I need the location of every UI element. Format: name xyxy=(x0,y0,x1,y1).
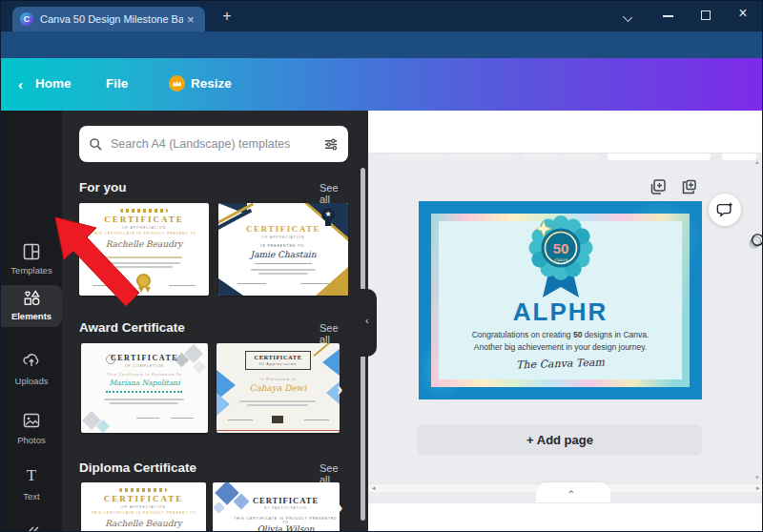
add-page-button[interactable]: + Add page xyxy=(418,424,702,456)
resize-menu-item[interactable]: Resize xyxy=(191,76,232,91)
design-brand-text[interactable]: ALPHR xyxy=(439,297,682,327)
template-thumbnail-participation-certificate[interactable]: CERTIFICATE BY PARTICIPATION THIS CERTIF… xyxy=(213,482,340,532)
pastel-frame: 50 Canva ALPHR Congratulations on creati… xyxy=(431,214,690,387)
text-icon: T xyxy=(1,466,62,485)
see-all-for-you[interactable]: See all xyxy=(320,182,346,205)
timeline-expand-tab[interactable]: › xyxy=(536,482,610,502)
see-all-award[interactable]: See all xyxy=(320,322,346,345)
tab-close-icon[interactable]: × xyxy=(187,12,195,27)
milestone-badge: 50 Canva xyxy=(521,215,601,301)
congrats-line-1: Congratulations on creating 50 designs i… xyxy=(439,330,682,339)
home-menu-item[interactable]: Home xyxy=(35,76,72,91)
canvas-toolbar: Animate 7.2s xyxy=(368,111,763,153)
pro-crown-icon xyxy=(169,75,185,92)
gold-medal xyxy=(136,274,151,288)
browser-navbar: ← → ↻ canva.com /design/DAE36YEpmQw/3ebk… xyxy=(1,31,763,58)
template-thumbnail-navy-certificate[interactable]: ★ CERTIFICATE OF APPRECIATION IS PRESENT… xyxy=(218,203,348,296)
emblem xyxy=(272,416,283,423)
carousel-next-icon[interactable]: › xyxy=(337,238,342,259)
window-minimize-button[interactable] xyxy=(663,15,673,17)
gold-ornament xyxy=(119,488,167,492)
cert-title: CERTIFICATE xyxy=(245,354,311,360)
cert-subtitle: OF COMPLETION xyxy=(81,364,208,368)
cert-title: CERTIFICATE xyxy=(79,215,209,224)
window-close-button[interactable]: × xyxy=(735,5,751,22)
browser-window: C Canva 50 Design Milestone Badg × + × ←… xyxy=(0,0,763,532)
duplicate-page-icon[interactable] xyxy=(650,178,667,195)
add-page-label: + Add page xyxy=(526,433,593,447)
cert-name: Olivia Wilson xyxy=(232,524,340,532)
file-menu-item[interactable]: File xyxy=(106,76,128,91)
template-thumbnail-cubes-certificate[interactable]: CERTIFICATE OF COMPLETION This Certifica… xyxy=(81,343,208,433)
congrats-line-2: Another big achievement in your design j… xyxy=(439,342,682,352)
sidebar-label: Photos xyxy=(1,435,62,445)
award-badge-star-icon: ★ xyxy=(321,208,335,221)
tab-strip: C Canva 50 Design Milestone Badg × + × xyxy=(1,1,763,31)
filter-sliders-icon[interactable] xyxy=(323,137,339,152)
carousel-next-icon[interactable]: › xyxy=(337,497,342,518)
cert-name: Mariana Napolitani xyxy=(81,379,208,387)
scroll-right-icon[interactable]: ▸ xyxy=(756,484,760,492)
editor-sidebar: Templates Elements Uploads Ph xyxy=(1,111,62,532)
search-input[interactable] xyxy=(111,137,323,151)
tab-title: Canva 50 Design Milestone Badg xyxy=(40,13,183,25)
photos-icon xyxy=(22,411,41,430)
background-icon xyxy=(22,524,41,532)
design-signature: The Canva Team xyxy=(439,354,682,375)
sidebar-item-uploads[interactable]: Uploads xyxy=(1,345,62,395)
template-thumbnail-paper-certificate[interactable]: CERTIFICATE Of Appreciation Is Presented… xyxy=(217,343,340,433)
sidebar-label: Elements xyxy=(1,311,62,321)
tab-search-chevron-icon[interactable] xyxy=(623,12,632,22)
cert-subtitle: Of Appreciation xyxy=(245,362,311,366)
canva-toolbar: ‹ Home File Resize ↶ ↷ Share ▶ 7.2s xyxy=(1,58,763,111)
design-page[interactable]: 50 Canva ALPHR Congratulations on creati… xyxy=(419,201,702,399)
cert-subtitle: OF APPRECIATION xyxy=(81,505,206,509)
section-title-award: Award Certificate xyxy=(79,320,185,335)
section-title-diploma: Diploma Certificate xyxy=(79,460,196,475)
cert-subtitle: OF APPRECIATION xyxy=(79,226,209,230)
sidebar-item-elements[interactable]: Elements xyxy=(1,285,62,327)
template-thumbnail-gold-certificate[interactable]: CERTIFICATE OF APPRECIATION THIS CERTIFI… xyxy=(81,482,206,532)
cert-title: CERTIFICATE xyxy=(81,494,206,503)
new-tab-button[interactable]: + xyxy=(218,8,236,25)
cert-title: CERTIFICATE xyxy=(81,354,208,362)
window-maximize-button[interactable] xyxy=(701,10,711,20)
cert-name: Rachelle Beaudry xyxy=(81,519,206,528)
sidebar-label: Templates xyxy=(1,265,62,276)
cert-name: Cahaya Dewi xyxy=(217,383,340,393)
add-comment-button[interactable] xyxy=(709,194,741,226)
sidebar-item-templates[interactable]: Templates xyxy=(1,235,62,285)
elements-icon xyxy=(22,288,41,307)
caret-up-icon: › xyxy=(565,490,576,494)
cert-line: Is Presented to xyxy=(217,378,340,381)
section-title-for-you: For you xyxy=(79,180,127,194)
cert-line: THIS CERTIFICATE IS PROUDLY PRESENTED TO xyxy=(232,517,340,524)
badge-label: Canva xyxy=(553,257,567,262)
cert-name: Jamie Chastain xyxy=(218,250,348,259)
cert-subtitle: OF APPRECIATION xyxy=(218,235,348,239)
template-thumbnail-gold-certificate[interactable]: CERTIFICATE OF APPRECIATION THIS CERTIFI… xyxy=(79,203,209,296)
animate-icon[interactable] xyxy=(747,233,763,251)
back-home-chevron-icon[interactable]: ‹ xyxy=(18,76,23,92)
scroll-left-icon[interactable]: ◂ xyxy=(372,484,376,492)
gold-ornament xyxy=(120,209,168,213)
sidebar-item-background[interactable]: Background xyxy=(1,519,62,532)
canvas-scroll-down-icon[interactable]: ▾ xyxy=(755,474,759,481)
canvas-scroll-up-icon[interactable]: ▴ xyxy=(755,158,759,166)
browser-tab[interactable]: C Canva 50 Design Milestone Badg × xyxy=(12,7,205,31)
comment-plus-icon xyxy=(716,201,733,218)
cert-title: CERTIFICATE xyxy=(232,496,340,505)
search-icon xyxy=(89,137,103,152)
cert-line: THIS CERTIFICATE IS PROUDLY PRESENT TO xyxy=(79,232,209,235)
carousel-next-icon[interactable]: › xyxy=(337,379,342,399)
panel-collapse-button[interactable]: ‹ xyxy=(360,289,377,357)
canva-favicon-icon: C xyxy=(20,12,33,26)
uploads-cloud-icon xyxy=(22,351,41,370)
add-page-icon[interactable] xyxy=(680,178,697,195)
cert-line: THIS CERTIFICATE IS PROUDLY PRESENT TO xyxy=(81,511,206,515)
template-search-box[interactable] xyxy=(79,126,348,162)
status-bar: Notes 30% 1 ? xyxy=(368,502,763,532)
sidebar-item-photos[interactable]: Photos xyxy=(1,404,62,454)
badge-number: 50 xyxy=(552,240,568,256)
sidebar-item-text[interactable]: T Text xyxy=(1,461,62,511)
